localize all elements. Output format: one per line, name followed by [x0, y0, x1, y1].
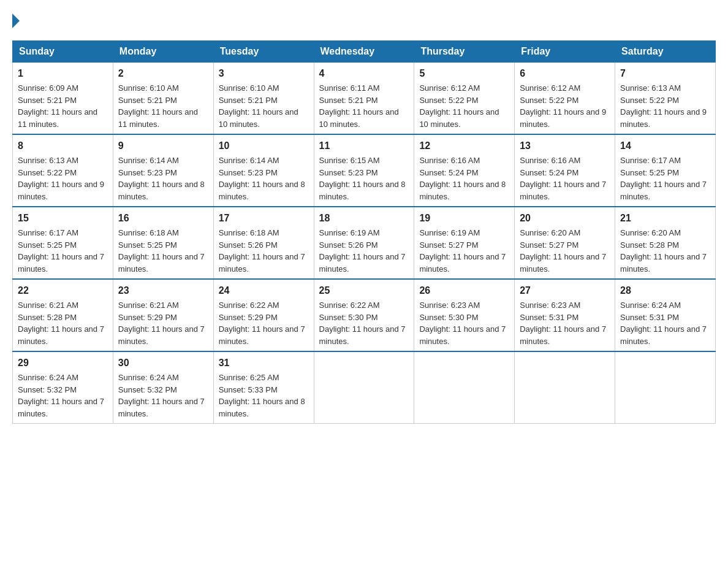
sunset-text: Sunset: 5:33 PM: [219, 385, 278, 394]
day-number: 24: [219, 283, 309, 298]
day-number: 13: [520, 139, 610, 153]
daylight-text: Daylight: 11 hours and 10 minutes.: [319, 107, 399, 129]
daylight-text: Daylight: 11 hours and 11 minutes.: [118, 107, 198, 129]
daylight-text: Daylight: 11 hours and 10 minutes.: [219, 107, 298, 129]
sunrise-text: Sunrise: 6:16 AM: [419, 156, 480, 165]
sunrise-text: Sunrise: 6:14 AM: [219, 156, 279, 165]
day-of-week-header: Monday: [113, 41, 213, 63]
calendar-header-row: SundayMondayTuesdayWednesdayThursdayFrid…: [13, 41, 716, 63]
sunset-text: Sunset: 5:32 PM: [118, 385, 177, 394]
day-number: 2: [118, 66, 208, 81]
day-of-week-header: Sunday: [13, 41, 113, 63]
calendar-day-cell: 21 Sunrise: 6:20 AM Sunset: 5:28 PM Dayl…: [615, 207, 716, 279]
calendar-day-cell: 16 Sunrise: 6:18 AM Sunset: 5:25 PM Dayl…: [113, 207, 213, 279]
day-number: 21: [620, 211, 710, 226]
calendar-day-cell: 2 Sunrise: 6:10 AM Sunset: 5:21 PM Dayli…: [113, 63, 213, 135]
day-of-week-header: Wednesday: [314, 41, 414, 63]
day-number: 30: [118, 356, 208, 370]
day-number: 29: [18, 356, 108, 370]
day-number: 28: [620, 283, 710, 298]
daylight-text: Daylight: 11 hours and 7 minutes.: [419, 324, 506, 346]
daylight-text: Daylight: 11 hours and 7 minutes.: [520, 252, 606, 274]
daylight-text: Daylight: 11 hours and 7 minutes.: [18, 252, 104, 274]
sunset-text: Sunset: 5:26 PM: [319, 240, 378, 250]
calendar-day-cell: [615, 351, 716, 424]
daylight-text: Daylight: 11 hours and 10 minutes.: [419, 107, 499, 129]
calendar-day-cell: 8 Sunrise: 6:13 AM Sunset: 5:22 PM Dayli…: [13, 134, 113, 207]
calendar-day-cell: [515, 351, 615, 424]
day-number: 1: [18, 66, 108, 81]
day-number: 8: [18, 139, 108, 153]
daylight-text: Daylight: 11 hours and 7 minutes.: [620, 180, 707, 201]
day-number: 9: [118, 139, 208, 153]
sunset-text: Sunset: 5:30 PM: [419, 313, 478, 322]
daylight-text: Daylight: 11 hours and 7 minutes.: [118, 252, 205, 274]
calendar-table: SundayMondayTuesdayWednesdayThursdayFrid…: [12, 40, 716, 424]
sunset-text: Sunset: 5:31 PM: [620, 313, 679, 322]
sunset-text: Sunset: 5:28 PM: [620, 240, 679, 250]
calendar-day-cell: 7 Sunrise: 6:13 AM Sunset: 5:22 PM Dayli…: [615, 63, 716, 135]
calendar-week-row: 8 Sunrise: 6:13 AM Sunset: 5:22 PM Dayli…: [13, 134, 716, 207]
sunset-text: Sunset: 5:28 PM: [18, 313, 77, 322]
day-number: 4: [319, 66, 409, 81]
day-number: 12: [419, 139, 509, 153]
calendar-day-cell: 4 Sunrise: 6:11 AM Sunset: 5:21 PM Dayli…: [314, 63, 414, 135]
sunrise-text: Sunrise: 6:24 AM: [18, 373, 78, 382]
daylight-text: Daylight: 11 hours and 7 minutes.: [219, 252, 305, 274]
sunrise-text: Sunrise: 6:24 AM: [118, 373, 179, 382]
day-number: 5: [419, 66, 509, 81]
sunset-text: Sunset: 5:24 PM: [419, 168, 478, 177]
daylight-text: Daylight: 11 hours and 7 minutes.: [620, 252, 707, 274]
day-number: 27: [520, 283, 610, 298]
sunrise-text: Sunrise: 6:17 AM: [18, 228, 78, 237]
daylight-text: Daylight: 11 hours and 9 minutes.: [620, 107, 707, 129]
sunrise-text: Sunrise: 6:23 AM: [520, 301, 580, 310]
daylight-text: Daylight: 11 hours and 8 minutes.: [319, 180, 406, 201]
sunrise-text: Sunrise: 6:10 AM: [118, 83, 179, 93]
sunset-text: Sunset: 5:23 PM: [219, 168, 278, 177]
daylight-text: Daylight: 11 hours and 7 minutes.: [319, 324, 406, 346]
sunset-text: Sunset: 5:21 PM: [319, 96, 378, 105]
sunrise-text: Sunrise: 6:22 AM: [319, 301, 380, 310]
sunset-text: Sunset: 5:32 PM: [18, 385, 77, 394]
sunrise-text: Sunrise: 6:13 AM: [620, 83, 681, 93]
day-number: 17: [219, 211, 309, 226]
sunrise-text: Sunrise: 6:19 AM: [419, 228, 480, 237]
calendar-week-row: 29 Sunrise: 6:24 AM Sunset: 5:32 PM Dayl…: [13, 351, 716, 424]
daylight-text: Daylight: 11 hours and 7 minutes.: [620, 324, 707, 346]
sunset-text: Sunset: 5:22 PM: [620, 96, 679, 105]
calendar-day-cell: [314, 351, 414, 424]
sunset-text: Sunset: 5:30 PM: [319, 313, 378, 322]
sunrise-text: Sunrise: 6:18 AM: [118, 228, 179, 237]
sunrise-text: Sunrise: 6:23 AM: [419, 301, 480, 310]
sunset-text: Sunset: 5:31 PM: [520, 313, 578, 322]
day-number: 23: [118, 283, 208, 298]
calendar-day-cell: 28 Sunrise: 6:24 AM Sunset: 5:31 PM Dayl…: [615, 279, 716, 351]
daylight-text: Daylight: 11 hours and 7 minutes.: [419, 252, 506, 274]
sunset-text: Sunset: 5:22 PM: [18, 168, 77, 177]
day-number: 19: [419, 211, 509, 226]
sunset-text: Sunset: 5:23 PM: [118, 168, 177, 177]
sunset-text: Sunset: 5:29 PM: [219, 313, 278, 322]
sunset-text: Sunset: 5:25 PM: [18, 240, 77, 250]
daylight-text: Daylight: 11 hours and 7 minutes.: [319, 252, 406, 274]
logo: [12, 12, 20, 28]
day-number: 11: [319, 139, 409, 153]
day-number: 6: [520, 66, 610, 81]
sunset-text: Sunset: 5:21 PM: [118, 96, 177, 105]
day-number: 3: [219, 66, 309, 81]
logo-arrow-icon: [12, 13, 20, 28]
sunrise-text: Sunrise: 6:14 AM: [118, 156, 179, 165]
sunset-text: Sunset: 5:25 PM: [118, 240, 177, 250]
sunrise-text: Sunrise: 6:22 AM: [219, 301, 279, 310]
daylight-text: Daylight: 11 hours and 7 minutes.: [219, 324, 305, 346]
calendar-day-cell: 24 Sunrise: 6:22 AM Sunset: 5:29 PM Dayl…: [213, 279, 314, 351]
sunrise-text: Sunrise: 6:15 AM: [319, 156, 380, 165]
sunset-text: Sunset: 5:22 PM: [419, 96, 478, 105]
page-header: [12, 12, 716, 28]
daylight-text: Daylight: 11 hours and 8 minutes.: [219, 180, 305, 201]
calendar-day-cell: 5 Sunrise: 6:12 AM Sunset: 5:22 PM Dayli…: [414, 63, 515, 135]
sunset-text: Sunset: 5:25 PM: [620, 168, 679, 177]
calendar-day-cell: 3 Sunrise: 6:10 AM Sunset: 5:21 PM Dayli…: [213, 63, 314, 135]
sunset-text: Sunset: 5:21 PM: [219, 96, 278, 105]
